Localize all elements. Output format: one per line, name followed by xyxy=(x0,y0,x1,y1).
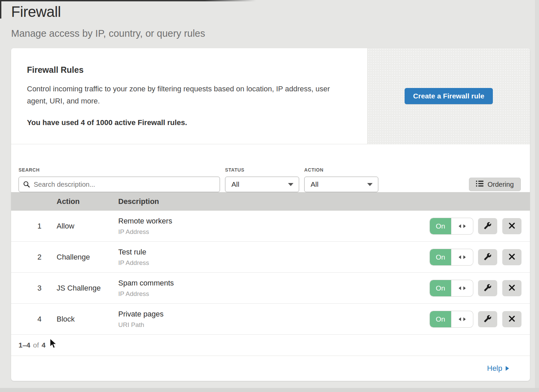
wrench-icon xyxy=(484,284,492,293)
x-icon xyxy=(508,315,515,323)
pagination-range: 1–4 xyxy=(19,341,30,349)
filter-bar: SEARCH STATUS All ACTION All xyxy=(11,144,530,192)
delete-rule-button[interactable] xyxy=(502,311,521,327)
triangle-right-icon xyxy=(506,366,509,371)
edit-rule-button[interactable] xyxy=(478,280,497,296)
chevron-down-icon xyxy=(367,183,373,186)
description-column-header: Description xyxy=(118,197,430,206)
status-filter-group: STATUS All xyxy=(225,167,299,192)
table-row: 2 Challenge Test rule IP Address On xyxy=(11,242,530,273)
promo-action-panel: Create a Firewall rule xyxy=(367,48,530,144)
usage-summary: You have used 4 of 1000 active Firewall … xyxy=(27,118,351,127)
edit-rule-button[interactable] xyxy=(478,249,497,265)
table-row: 4 Block Private pages URI Path On xyxy=(11,304,530,335)
toggle-arrows-icon[interactable] xyxy=(451,218,473,234)
pagination-total: 4 xyxy=(42,341,46,349)
edit-rule-button[interactable] xyxy=(478,311,497,327)
rule-priority: 2 xyxy=(11,253,57,262)
toggle-on-label: On xyxy=(430,218,451,234)
x-icon xyxy=(508,222,515,230)
pagination-of: of xyxy=(33,341,39,349)
action-label: ACTION xyxy=(304,167,378,173)
screenshot-right-edge xyxy=(535,0,539,392)
promo-text-area: Firewall Rules Control incoming traffic … xyxy=(11,48,367,144)
section-description: Control incoming traffic to your zone by… xyxy=(27,83,347,107)
ordering-button-label: Ordering xyxy=(487,181,514,188)
rule-action: Block xyxy=(57,315,118,324)
rule-priority: 1 xyxy=(11,222,57,231)
rule-enabled-toggle[interactable]: On xyxy=(430,311,473,327)
edit-rule-button[interactable] xyxy=(478,218,497,234)
rule-match-type: IP Address xyxy=(118,259,430,267)
rule-description: Test rule xyxy=(118,248,430,257)
rule-match-type: IP Address xyxy=(118,290,430,298)
rule-match-type: URI Path xyxy=(118,321,430,329)
action-column-header: Action xyxy=(57,197,118,206)
wrench-icon xyxy=(484,222,492,231)
pagination: 1–4 of 4 xyxy=(11,335,530,356)
toggle-arrows-icon[interactable] xyxy=(451,280,473,296)
status-label: STATUS xyxy=(225,167,299,173)
chevron-down-icon xyxy=(288,183,293,186)
firewall-rules-card: Firewall Rules Control incoming traffic … xyxy=(11,48,530,381)
rule-action: JS Challenge xyxy=(57,284,118,293)
action-filter-group: ACTION All xyxy=(304,167,378,192)
table-row: 3 JS Challenge Spam comments IP Address … xyxy=(11,273,530,304)
search-input[interactable] xyxy=(19,177,220,192)
table-row: 1 Allow Remote workers IP Address On xyxy=(11,211,530,242)
action-selected-value: All xyxy=(311,180,318,188)
x-icon xyxy=(508,284,515,292)
status-select[interactable]: All xyxy=(225,177,299,192)
search-filter-group: SEARCH xyxy=(19,167,220,192)
rule-enabled-toggle[interactable]: On xyxy=(430,280,473,296)
toggle-arrows-icon[interactable] xyxy=(451,249,473,265)
page-header: Firewall Manage access by IP, country, o… xyxy=(0,0,539,39)
page-title: Firewall xyxy=(11,3,539,21)
rule-enabled-toggle[interactable]: On xyxy=(430,249,473,265)
toggle-on-label: On xyxy=(430,249,451,265)
delete-rule-button[interactable] xyxy=(502,218,521,234)
search-label: SEARCH xyxy=(19,167,220,173)
toggle-on-label: On xyxy=(430,280,451,296)
rule-action: Challenge xyxy=(57,253,118,262)
rule-priority: 4 xyxy=(11,315,57,324)
promo-section: Firewall Rules Control incoming traffic … xyxy=(11,48,530,144)
delete-rule-button[interactable] xyxy=(502,249,521,265)
rule-enabled-toggle[interactable]: On xyxy=(430,218,473,234)
rule-priority: 3 xyxy=(11,284,57,293)
screenshot-left-edge xyxy=(0,0,1,19)
wrench-icon xyxy=(484,315,492,324)
rule-description: Private pages xyxy=(118,310,430,319)
table-body: 1 Allow Remote workers IP Address On xyxy=(11,211,530,335)
page-subtitle: Manage access by IP, country, or query r… xyxy=(11,28,539,39)
toggle-on-label: On xyxy=(430,311,451,327)
rule-action: Allow xyxy=(57,222,118,231)
search-icon xyxy=(23,181,30,189)
table-header: Action Description xyxy=(11,192,530,211)
toggle-arrows-icon[interactable] xyxy=(451,311,473,327)
create-firewall-rule-button[interactable]: Create a Firewall rule xyxy=(405,88,493,104)
help-link[interactable]: Help xyxy=(487,364,509,373)
rule-description: Remote workers xyxy=(118,217,430,225)
ordering-button[interactable]: Ordering xyxy=(469,178,521,191)
action-select[interactable]: All xyxy=(304,177,378,192)
delete-rule-button[interactable] xyxy=(502,280,521,296)
status-selected-value: All xyxy=(231,180,239,188)
screenshot-top-edge xyxy=(0,0,256,1)
rule-match-type: IP Address xyxy=(118,228,430,236)
help-link-label: Help xyxy=(487,364,502,373)
x-icon xyxy=(508,253,515,261)
ordered-list-icon xyxy=(476,180,483,188)
screenshot-bottom-edge xyxy=(0,388,539,392)
wrench-icon xyxy=(484,253,492,262)
rule-description: Spam comments xyxy=(118,279,430,288)
card-footer: Help xyxy=(11,356,530,381)
section-heading: Firewall Rules xyxy=(27,65,351,75)
